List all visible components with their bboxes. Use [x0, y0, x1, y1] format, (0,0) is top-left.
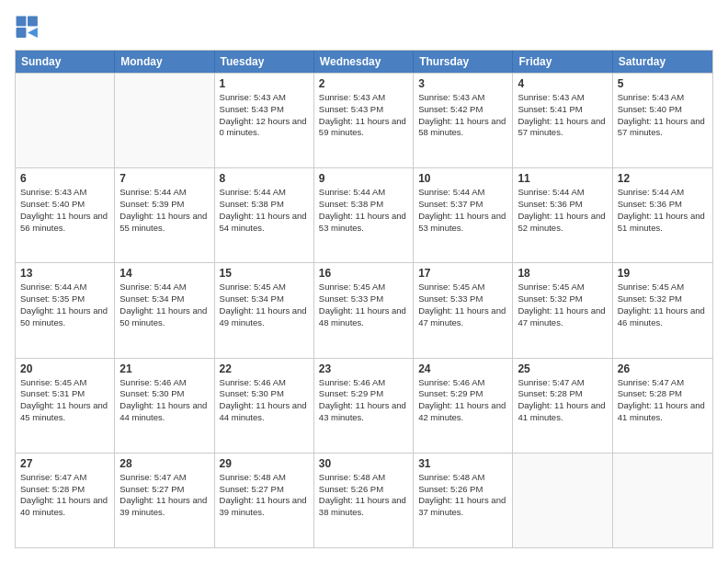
day-header-wednesday: Wednesday: [314, 51, 414, 73]
svg-rect-2: [17, 28, 27, 38]
day-cell-10: 10Sunrise: 5:44 AMSunset: 5:37 PMDayligh…: [414, 168, 513, 262]
sunset-text: Sunset: 5:30 PM: [119, 388, 209, 400]
sunrise-text: Sunrise: 5:44 AM: [119, 187, 209, 199]
sunset-text: Sunset: 5:27 PM: [220, 484, 309, 496]
week-row-5: 27Sunrise: 5:47 AMSunset: 5:28 PMDayligh…: [16, 453, 712, 547]
sunrise-text: Sunrise: 5:45 AM: [618, 282, 708, 293]
day-header-thursday: Thursday: [414, 51, 513, 73]
day-number: 18: [518, 267, 607, 280]
daylight-text: Daylight: 11 hours and 47 minutes.: [518, 305, 607, 329]
day-cell-11: 11Sunrise: 5:44 AMSunset: 5:36 PMDayligh…: [513, 168, 612, 262]
daylight-text: Daylight: 11 hours and 47 minutes.: [418, 305, 507, 329]
sunset-text: Sunset: 5:28 PM: [20, 484, 109, 496]
day-cell-27: 27Sunrise: 5:47 AMSunset: 5:28 PMDayligh…: [16, 454, 115, 547]
day-number: 20: [20, 362, 109, 375]
sunrise-text: Sunrise: 5:46 AM: [319, 377, 408, 389]
day-number: 30: [319, 457, 408, 470]
day-cell-30: 30Sunrise: 5:48 AMSunset: 5:26 PMDayligh…: [314, 454, 414, 547]
day-number: 24: [418, 362, 507, 375]
day-header-tuesday: Tuesday: [215, 51, 314, 73]
sunrise-text: Sunrise: 5:44 AM: [119, 282, 209, 293]
day-cell-7: 7Sunrise: 5:44 AMSunset: 5:39 PMDaylight…: [115, 168, 214, 262]
day-cell-28: 28Sunrise: 5:47 AMSunset: 5:27 PMDayligh…: [115, 454, 214, 547]
sunrise-text: Sunrise: 5:47 AM: [20, 472, 109, 484]
day-cell-4: 4Sunrise: 5:43 AMSunset: 5:41 PMDaylight…: [513, 74, 612, 167]
daylight-text: Daylight: 11 hours and 49 minutes.: [220, 305, 309, 329]
sunrise-text: Sunrise: 5:44 AM: [618, 187, 708, 199]
sunrise-text: Sunrise: 5:43 AM: [518, 92, 607, 104]
daylight-text: Daylight: 11 hours and 44 minutes.: [220, 400, 309, 424]
svg-rect-1: [28, 17, 38, 27]
empty-cell: [115, 74, 214, 167]
daylight-text: Daylight: 12 hours and 0 minutes.: [220, 116, 309, 140]
daylight-text: Daylight: 11 hours and 43 minutes.: [319, 400, 408, 424]
day-cell-16: 16Sunrise: 5:45 AMSunset: 5:33 PMDayligh…: [314, 263, 414, 357]
day-cell-14: 14Sunrise: 5:44 AMSunset: 5:34 PMDayligh…: [115, 263, 214, 357]
sunset-text: Sunset: 5:32 PM: [518, 293, 607, 305]
day-cell-1: 1Sunrise: 5:43 AMSunset: 5:43 PMDaylight…: [215, 74, 314, 167]
svg-marker-3: [28, 28, 38, 38]
calendar-body: 1Sunrise: 5:43 AMSunset: 5:43 PMDaylight…: [16, 73, 712, 547]
day-number: 16: [319, 267, 408, 280]
sunset-text: Sunset: 5:33 PM: [319, 293, 408, 305]
week-row-1: 1Sunrise: 5:43 AMSunset: 5:43 PMDaylight…: [16, 73, 712, 167]
day-cell-3: 3Sunrise: 5:43 AMSunset: 5:42 PMDaylight…: [414, 74, 513, 167]
sunrise-text: Sunrise: 5:44 AM: [220, 187, 309, 199]
day-number: 6: [20, 172, 109, 185]
daylight-text: Daylight: 11 hours and 48 minutes.: [319, 305, 408, 329]
day-number: 26: [618, 362, 708, 375]
logo-icon: [15, 15, 40, 40]
day-cell-26: 26Sunrise: 5:47 AMSunset: 5:28 PMDayligh…: [613, 359, 712, 453]
sunrise-text: Sunrise: 5:45 AM: [220, 282, 309, 293]
day-cell-25: 25Sunrise: 5:47 AMSunset: 5:28 PMDayligh…: [513, 359, 612, 453]
sunset-text: Sunset: 5:31 PM: [20, 388, 109, 400]
daylight-text: Daylight: 11 hours and 39 minutes.: [119, 495, 209, 519]
day-header-monday: Monday: [115, 51, 214, 73]
sunrise-text: Sunrise: 5:43 AM: [220, 92, 309, 104]
sunset-text: Sunset: 5:36 PM: [618, 199, 708, 211]
daylight-text: Daylight: 11 hours and 58 minutes.: [418, 116, 507, 140]
sunrise-text: Sunrise: 5:47 AM: [119, 472, 209, 484]
daylight-text: Daylight: 11 hours and 44 minutes.: [119, 400, 209, 424]
sunset-text: Sunset: 5:34 PM: [220, 293, 309, 305]
day-cell-15: 15Sunrise: 5:45 AMSunset: 5:34 PMDayligh…: [215, 263, 314, 357]
sunrise-text: Sunrise: 5:44 AM: [319, 187, 408, 199]
day-number: 5: [618, 77, 708, 90]
daylight-text: Daylight: 11 hours and 55 minutes.: [119, 211, 209, 235]
sunrise-text: Sunrise: 5:47 AM: [618, 377, 708, 389]
day-number: 7: [119, 172, 209, 185]
calendar: SundayMondayTuesdayWednesdayThursdayFrid…: [15, 50, 713, 548]
day-cell-19: 19Sunrise: 5:45 AMSunset: 5:32 PMDayligh…: [613, 263, 712, 357]
day-number: 15: [220, 267, 309, 280]
daylight-text: Daylight: 11 hours and 42 minutes.: [418, 400, 507, 424]
sunset-text: Sunset: 5:41 PM: [518, 104, 607, 116]
sunset-text: Sunset: 5:29 PM: [418, 388, 507, 400]
daylight-text: Daylight: 11 hours and 57 minutes.: [518, 116, 607, 140]
day-header-sunday: Sunday: [16, 51, 115, 73]
day-header-saturday: Saturday: [613, 51, 712, 73]
day-cell-17: 17Sunrise: 5:45 AMSunset: 5:33 PMDayligh…: [414, 263, 513, 357]
sunrise-text: Sunrise: 5:45 AM: [418, 282, 507, 293]
day-cell-5: 5Sunrise: 5:43 AMSunset: 5:40 PMDaylight…: [613, 74, 712, 167]
daylight-text: Daylight: 11 hours and 40 minutes.: [20, 495, 109, 519]
day-cell-6: 6Sunrise: 5:43 AMSunset: 5:40 PMDaylight…: [16, 168, 115, 262]
day-cell-13: 13Sunrise: 5:44 AMSunset: 5:35 PMDayligh…: [16, 263, 115, 357]
day-number: 10: [418, 172, 507, 185]
sunset-text: Sunset: 5:36 PM: [518, 199, 607, 211]
sunset-text: Sunset: 5:30 PM: [220, 388, 309, 400]
sunset-text: Sunset: 5:34 PM: [119, 293, 209, 305]
sunset-text: Sunset: 5:39 PM: [119, 199, 209, 211]
sunrise-text: Sunrise: 5:44 AM: [418, 187, 507, 199]
sunset-text: Sunset: 5:43 PM: [319, 104, 408, 116]
sunrise-text: Sunrise: 5:43 AM: [319, 92, 408, 104]
logo: [15, 15, 44, 40]
sunrise-text: Sunrise: 5:45 AM: [319, 282, 408, 293]
day-number: 22: [220, 362, 309, 375]
day-number: 4: [518, 77, 607, 90]
day-number: 23: [319, 362, 408, 375]
day-cell-31: 31Sunrise: 5:48 AMSunset: 5:26 PMDayligh…: [414, 454, 513, 547]
sunset-text: Sunset: 5:38 PM: [220, 199, 309, 211]
day-cell-20: 20Sunrise: 5:45 AMSunset: 5:31 PMDayligh…: [16, 359, 115, 453]
day-number: 1: [220, 77, 309, 90]
daylight-text: Daylight: 11 hours and 57 minutes.: [618, 116, 708, 140]
